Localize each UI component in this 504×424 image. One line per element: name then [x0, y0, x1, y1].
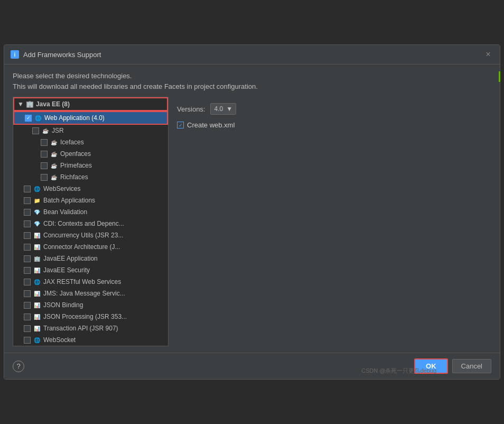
tree-item-web-application[interactable]: ✓ 🌐 Web Application (4.0): [13, 111, 168, 125]
version-select[interactable]: 4.0 ▼: [210, 103, 236, 115]
checkbox-json-processing[interactable]: [24, 314, 31, 320]
group-icon: 🏢: [26, 100, 34, 108]
tree-item-richfaces[interactable]: ☕ Richfaces: [13, 171, 168, 183]
json-processing-label: JSON Processing (JSR 353...: [43, 313, 127, 320]
checkbox-web-application[interactable]: ✓: [25, 115, 32, 122]
connector-architecture-label: Connector Architecture (J...: [43, 243, 120, 251]
version-value: 4.0: [214, 105, 223, 113]
checkbox-transaction-api[interactable]: [24, 325, 31, 332]
checkbox-jms[interactable]: [24, 290, 31, 297]
tree-item-bean-validation[interactable]: 💎 Bean Validation: [13, 206, 168, 218]
connector-architecture-icon: 📊: [33, 243, 41, 251]
checkbox-primefaces[interactable]: [41, 162, 48, 169]
checkbox-batch-applications[interactable]: [24, 197, 31, 204]
primefaces-label: Primefaces: [60, 162, 92, 169]
jsr-label: JSR: [52, 127, 64, 134]
checkbox-jsr[interactable]: [32, 127, 39, 134]
jsr-icon: ☕: [41, 126, 50, 135]
json-binding-icon: 📊: [33, 301, 41, 309]
checkbox-cdi[interactable]: [24, 220, 31, 227]
transaction-api-icon: 📊: [33, 324, 41, 333]
bean-validation-icon: 💎: [33, 208, 41, 216]
title-bar: i Add Frameworks Support ×: [4, 45, 500, 64]
tree-item-json-binding[interactable]: 📊 JSON Binding: [13, 299, 168, 311]
transaction-api-label: Transaction API (JSR 907): [43, 325, 118, 332]
checkbox-javaee-application[interactable]: [24, 255, 31, 262]
close-button[interactable]: ×: [483, 49, 493, 60]
dialog-icon: i: [11, 50, 19, 59]
tree-item-websocket[interactable]: 🌐 WebSocket: [13, 334, 168, 346]
checkbox-bean-validation[interactable]: [24, 209, 31, 216]
checkbox-create-xml[interactable]: ✓: [177, 122, 184, 128]
cancel-button[interactable]: Cancel: [452, 359, 491, 373]
tree-item-icefaces[interactable]: ☕ Icefaces: [13, 136, 168, 148]
watermark: CSDN @杀死一只更鸟debug: [361, 367, 436, 375]
checkbox-icefaces[interactable]: [41, 139, 48, 146]
tree-item-jax-restful[interactable]: 🌐 JAX RESTful Web Services: [13, 276, 168, 288]
checkbox-concurrency-utils[interactable]: [24, 232, 31, 239]
batch-applications-icon: 📁: [33, 196, 41, 205]
green-accent: [499, 71, 500, 82]
tree-item-transaction-api[interactable]: 📊 Transaction API (JSR 907): [13, 322, 168, 334]
tree-item-concurrency-utils[interactable]: 📊 Concurrency Utils (JSR 23...: [13, 229, 168, 241]
tree-item-primefaces[interactable]: ☕ Primefaces: [13, 160, 168, 171]
json-binding-label: JSON Binding: [43, 301, 83, 309]
cdi-icon: 💎: [33, 219, 41, 228]
tree-item-json-processing[interactable]: 📊 JSON Processing (JSR 353...: [13, 311, 168, 322]
jms-label: JMS: Java Message Servic...: [43, 290, 125, 297]
checkbox-websocket[interactable]: [24, 337, 31, 344]
versions-row: Versions: 4.0 ▼: [177, 103, 483, 115]
tree-group-java-ee[interactable]: ▼ 🏢 Java EE (8): [13, 97, 168, 111]
group-expand-icon: ▼: [17, 100, 24, 108]
batch-applications-label: Batch Applications: [43, 197, 95, 204]
checkbox-connector-architecture[interactable]: [24, 244, 31, 251]
tree-item-webservices[interactable]: 🌐 WebServices: [13, 183, 168, 195]
jms-icon: 📊: [33, 289, 41, 298]
tree-item-batch-applications[interactable]: 📁 Batch Applications: [13, 195, 168, 206]
dialog-body: Please select the desired technologies. …: [4, 64, 500, 353]
bean-validation-label: Bean Validation: [43, 208, 87, 216]
javaee-security-icon: 📊: [33, 266, 41, 274]
checkbox-javaee-security[interactable]: [24, 267, 31, 274]
tree-item-javaee-security[interactable]: 📊 JavaEE Security: [13, 264, 168, 276]
content-area: ▼ 🏢 Java EE (8) ✓ 🌐 Web Application (4.0…: [13, 97, 491, 346]
richfaces-label: Richfaces: [60, 173, 88, 181]
tree-item-connector-architecture[interactable]: 📊 Connector Architecture (J...: [13, 241, 168, 253]
right-panel: Versions: 4.0 ▼ ✓ Create web.xml: [169, 97, 491, 346]
checkbox-openfaces[interactable]: [41, 151, 48, 158]
group-label: Java EE (8): [36, 100, 70, 108]
tree-item-jms[interactable]: 📊 JMS: Java Message Servic...: [13, 288, 168, 299]
openfaces-label: Openfaces: [60, 150, 91, 158]
web-application-icon: 🌐: [34, 114, 42, 122]
web-application-label: Web Application (4.0): [44, 114, 105, 122]
create-xml-row: ✓ Create web.xml: [177, 121, 483, 129]
javaee-application-label: JavaEE Application: [43, 255, 98, 262]
javaee-security-label: JavaEE Security: [43, 266, 90, 274]
richfaces-icon: ☕: [50, 173, 58, 181]
webservices-label: WebServices: [43, 185, 80, 192]
help-button[interactable]: ?: [13, 361, 24, 372]
tree-item-openfaces[interactable]: ☕ Openfaces: [13, 148, 168, 160]
json-processing-icon: 📊: [33, 312, 41, 321]
versions-label: Versions:: [177, 105, 205, 113]
webservices-icon: 🌐: [33, 185, 41, 193]
checkbox-jax-restful[interactable]: [24, 279, 31, 285]
dialog-title: Add Frameworks Support: [23, 51, 101, 59]
jax-restful-label: JAX RESTful Web Services: [43, 278, 121, 285]
bottom-bar: ? OK Cancel: [4, 353, 500, 379]
openfaces-icon: ☕: [50, 150, 58, 158]
create-xml-label: Create web.xml: [187, 121, 235, 129]
tree-item-cdi[interactable]: 💎 CDI: Contexts and Depenc...: [13, 218, 168, 229]
checkbox-json-binding[interactable]: [24, 302, 31, 309]
framework-tree[interactable]: ▼ 🏢 Java EE (8) ✓ 🌐 Web Application (4.0…: [13, 97, 169, 346]
icefaces-icon: ☕: [50, 138, 58, 146]
jax-restful-icon: 🌐: [33, 278, 41, 286]
websocket-label: WebSocket: [43, 336, 76, 344]
cdi-label: CDI: Contexts and Depenc...: [43, 220, 124, 227]
tree-item-jsr[interactable]: ☕ JSR: [13, 125, 168, 136]
checkbox-richfaces[interactable]: [41, 174, 48, 181]
tree-item-javaee-application[interactable]: 🏢 JavaEE Application: [13, 253, 168, 264]
javaee-application-icon: 🏢: [33, 254, 41, 263]
concurrency-utils-label: Concurrency Utils (JSR 23...: [43, 232, 123, 239]
checkbox-webservices[interactable]: [24, 186, 31, 192]
